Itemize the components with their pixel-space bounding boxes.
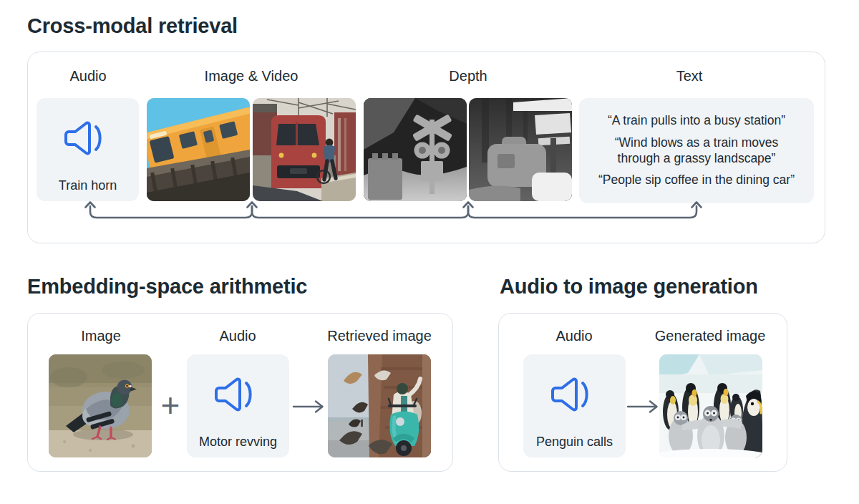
embedding-arithmetic-panel: Image Audio Retrieved image — [27, 313, 453, 472]
section-title-generation: Audio to image generation — [500, 275, 758, 299]
column-header-audio: Audio — [69, 68, 106, 84]
audio-card-label: Motor revving — [187, 435, 289, 450]
column-header-text: Text — [676, 68, 703, 84]
quote-dining-car: “People sip coffee in the dining car” — [585, 173, 808, 188]
depth-map-train — [469, 98, 572, 201]
audio-card-label: Penguin calls — [523, 435, 626, 450]
audio-card-train-horn: Train horn — [37, 98, 139, 201]
column-header-retrieved-image: Retrieved image — [327, 328, 432, 344]
photo-scooter-pigeons — [328, 354, 431, 457]
section-title-cross-modal: Cross-modal retrieval — [27, 14, 238, 38]
column-header-audio: Audio — [219, 328, 256, 344]
arrow-right-icon — [626, 399, 660, 415]
photo-penguins — [659, 354, 762, 457]
audio-card-motor-revving: Motor revving — [187, 354, 289, 457]
column-header-image-video: Image & Video — [205, 68, 299, 84]
arrow-right-icon — [291, 399, 326, 415]
section-title-arithmetic: Embedding-space arithmetic — [27, 275, 307, 299]
double-headed-bracket-arrows — [28, 198, 826, 227]
column-header-image: Image — [81, 328, 121, 344]
column-header-audio: Audio — [555, 328, 592, 344]
column-header-generated-image: Generated image — [655, 328, 766, 344]
audio-card-label: Train horn — [37, 178, 139, 193]
speaker-icon — [62, 117, 114, 159]
speaker-icon — [549, 374, 601, 415]
quote-busy-station: “A train pulls into a busy station” — [585, 113, 808, 129]
photo-pigeon — [49, 354, 152, 457]
text-descriptions-card: “A train pulls into a busy station” “Win… — [579, 98, 814, 203]
audio-to-image-panel: Audio Generated image Penguin calls — [498, 313, 787, 472]
photo-yellow-train — [147, 98, 250, 201]
column-header-depth: Depth — [449, 68, 487, 84]
photo-red-train-station — [253, 98, 356, 201]
cross-modal-panel: Audio Image & Video Depth Text Train hor… — [27, 52, 825, 243]
quote-grassy-landscape: “Wind blows as a train moves through a g… — [604, 135, 789, 167]
audio-card-penguin-calls: Penguin calls — [523, 354, 626, 457]
depth-map-railroad-crossing — [364, 98, 467, 201]
speaker-icon — [213, 374, 264, 415]
plus-operator: + — [161, 389, 180, 422]
